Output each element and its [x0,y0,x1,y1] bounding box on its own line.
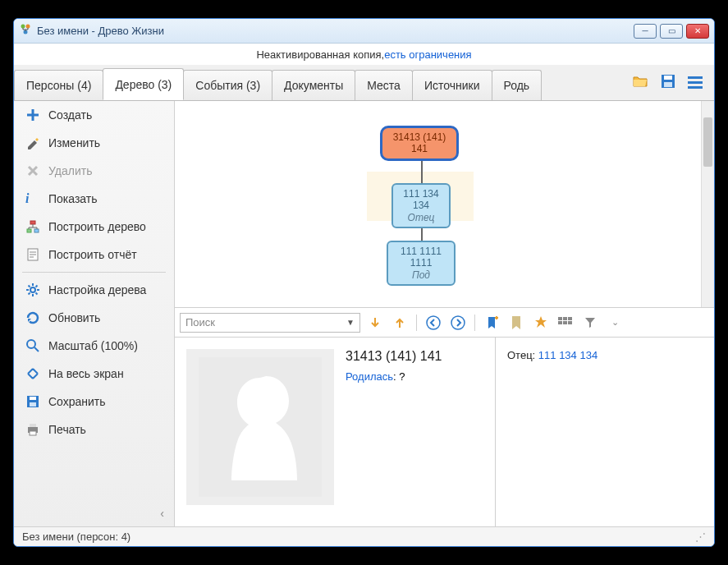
person-info: 31413 (141) 141 Родилась: ? [346,349,483,515]
sidebar-print[interactable]: Печать [14,416,174,443]
svg-rect-5 [664,82,672,87]
tree-node-root[interactable]: 31413 (141) 141 [380,126,459,161]
svg-rect-6 [30,221,35,224]
tree-node-father[interactable]: 111 134 134Отец [391,183,451,228]
sidebar-buildreport-label: Построить отчёт [48,248,137,261]
sidebar-show[interactable]: iПоказать [14,185,174,213]
svg-rect-24 [563,321,567,324]
relation-label: Отец: [507,349,538,361]
sidebar-edit[interactable]: Изменить [14,129,174,157]
tabs-row: Персоны (4) Дерево (3) События (3) Докум… [14,65,714,101]
svg-rect-17 [30,431,36,435]
content: Создать Изменить Удалить iПоказать Постр… [14,101,714,526]
tabs-actions [620,65,714,100]
app-icon [19,23,32,39]
window-title: Без имени - Древо Жизни [37,25,164,37]
activation-text: Неактивированная копия, [256,48,384,61]
more-icon[interactable]: ⌄ [605,313,625,333]
sidebar-settings-label: Настройка дерева [48,283,146,296]
sidebar-fullscreen[interactable]: На весь экран [14,360,174,388]
sidebar-edit-label: Изменить [48,136,100,149]
minimize-button[interactable]: ─ [634,24,657,39]
status-text: Без имени (персон: 4) [22,531,130,543]
sidebar-refresh-label: Обновить [48,311,100,324]
svg-point-0 [21,25,25,29]
svg-rect-7 [27,229,31,232]
arrow-down-icon[interactable] [365,313,385,333]
detail-panel: 31413 (141) 141 Родилась: ? Отец: 111 13… [175,338,714,526]
titlebar: Без имени - Древо Жизни ─ ▭ ✕ [14,19,714,44]
search-input[interactable]: Поиск▼ [180,313,360,333]
nav-forward-icon[interactable] [448,313,468,333]
svg-rect-8 [34,229,39,232]
save-icon[interactable] [660,73,676,92]
svg-point-19 [451,316,465,329]
sidebar-zoom-label: Масштаб (100%) [48,339,138,352]
detail-toolbar: Поиск▼ ⌄ [175,308,714,338]
sidebar-settings[interactable]: Настройка дерева [14,276,174,304]
tab-families[interactable]: Родь [492,70,543,100]
svg-rect-4 [664,76,672,80]
person-born: Родилась: ? [346,370,483,383]
filter-icon[interactable] [580,313,600,333]
svg-point-18 [427,316,440,329]
tab-persons[interactable]: Персоны (4) [14,70,103,100]
svg-rect-20 [558,317,562,320]
sidebar-divider [22,272,166,273]
bookmark-add-icon[interactable] [482,313,501,333]
resize-grip[interactable]: ⋰ [695,531,706,543]
star-icon[interactable] [531,313,551,333]
tab-sources[interactable]: Источники [412,70,492,100]
sidebar-delete: Удалить [14,157,174,185]
sidebar-save-label: Сохранить [48,395,106,408]
svg-rect-14 [30,402,36,407]
statusbar: Без имени (персон: 4) ⋰ [14,526,714,546]
svg-rect-22 [568,317,572,320]
nav-back-icon[interactable] [424,313,443,333]
sidebar-zoom[interactable]: Масштаб (100%) [14,332,174,360]
sidebar-create[interactable]: Создать [14,101,174,129]
svg-rect-25 [568,321,572,324]
svg-rect-21 [563,317,567,320]
tab-events[interactable]: События (3) [183,70,272,100]
tab-documents[interactable]: Документы [272,70,355,100]
arrow-up-icon[interactable] [390,313,410,333]
tab-tree[interactable]: Дерево (3) [103,68,184,100]
sidebar-print-label: Печать [48,423,86,436]
window-controls: ─ ▭ ✕ [634,24,709,39]
avatar [186,349,334,505]
sidebar-build-report[interactable]: Построить отчёт [14,241,174,269]
sidebar-fullscreen-label: На весь экран [48,367,124,380]
sidebar: Создать Изменить Удалить iПоказать Постр… [14,101,175,526]
svg-point-1 [26,25,30,29]
svg-point-11 [27,340,35,348]
scrollbar-thumb[interactable] [703,117,712,167]
sidebar-save[interactable]: Сохранить [14,388,174,416]
scrollbar-vertical[interactable] [701,101,714,307]
sidebar-collapse[interactable]: ‹ [14,500,174,526]
svg-point-10 [30,287,35,292]
open-folder-icon[interactable] [632,73,648,92]
svg-rect-13 [30,397,36,400]
sidebar-build-tree[interactable]: Построить дерево [14,213,174,241]
sidebar-show-label: Показать [48,192,98,205]
app-window: Без имени - Древо Жизни ─ ▭ ✕ Неактивиро… [13,18,715,547]
relation-link[interactable]: 111 134 134 [538,349,598,361]
grid-view-icon[interactable] [556,313,575,333]
tree-node-grand[interactable]: 111 1111 1111Под [387,241,456,286]
detail-right: Отец: 111 134 134 [495,338,714,526]
main-area: 31413 (141) 141 111 134 134Отец 111 1111… [175,101,714,526]
activation-notice: Неактивированная копия, есть ограничения [14,44,714,65]
svg-rect-23 [558,321,562,324]
dropdown-icon: ▼ [346,318,355,327]
tab-places[interactable]: Места [355,70,413,100]
tree-canvas[interactable]: 31413 (141) 141 111 134 134Отец 111 1111… [175,101,714,308]
close-button[interactable]: ✕ [686,24,709,39]
menu-icon[interactable] [688,76,703,89]
sidebar-buildtree-label: Построить дерево [48,220,146,233]
activation-link[interactable]: есть ограничения [384,48,471,61]
person-name: 31413 (141) 141 [346,349,483,364]
maximize-button[interactable]: ▭ [660,24,683,39]
sidebar-refresh[interactable]: Обновить [14,304,174,332]
bookmark-icon[interactable] [506,313,526,333]
